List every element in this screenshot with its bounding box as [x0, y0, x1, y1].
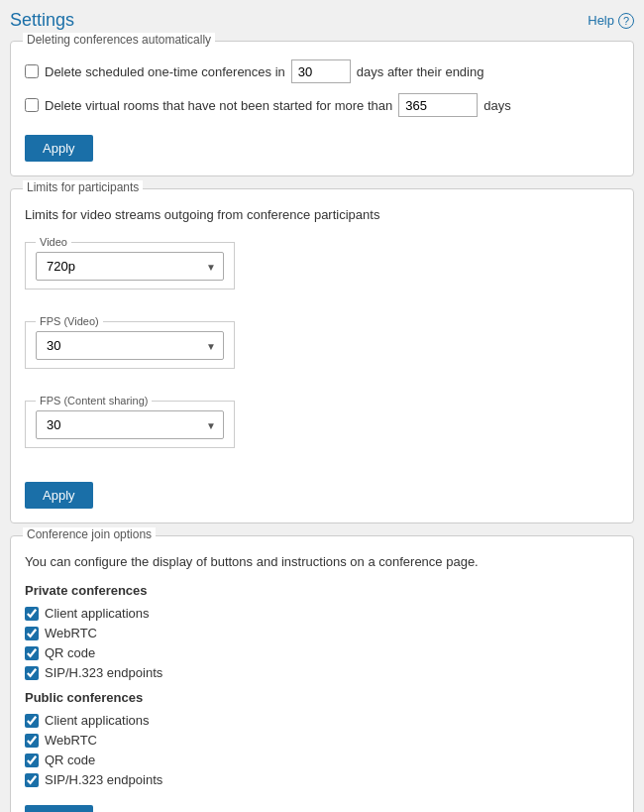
fps-video-select[interactable]: 15 24 30 60: [36, 331, 224, 360]
private-webrtc-label: WebRTC: [45, 626, 97, 640]
delete-scheduled-row: Delete scheduled one-time conferences in…: [25, 59, 619, 83]
conference-join-section: Conference join options You can configur…: [10, 535, 634, 812]
fps-video-dropdown-wrapper: 15 24 30 60 ▼: [36, 331, 224, 360]
section3-content: You can configure the display of buttons…: [25, 554, 619, 812]
delete-virtual-label: Delete virtual rooms that have not been …: [45, 98, 392, 113]
video-legend: Video: [36, 236, 71, 248]
public-conferences-title: Public conferences: [25, 690, 619, 705]
help-link[interactable]: Help ?: [588, 13, 634, 29]
public-client-apps-label: Client applications: [45, 713, 150, 728]
private-webrtc-checkbox[interactable]: [25, 627, 39, 640]
delete-scheduled-suffix: days after their ending: [357, 64, 484, 79]
private-client-apps-row: Client applications: [25, 606, 619, 621]
private-client-apps-label: Client applications: [45, 606, 150, 621]
section1-apply-button[interactable]: Apply: [25, 135, 93, 162]
public-client-apps-row: Client applications: [25, 713, 619, 728]
video-select[interactable]: 360p 480p 720p 1080p: [36, 252, 224, 281]
section2-description: Limits for video streams outgoing from c…: [25, 207, 619, 222]
fps-video-fieldset: FPS (Video) 15 24 30 60 ▼: [25, 315, 235, 369]
public-qr-row: QR code: [25, 753, 619, 767]
private-sip-label: SIP/H.323 endpoints: [45, 665, 162, 680]
help-label: Help: [588, 13, 614, 28]
fps-content-select[interactable]: 15 24 30 60: [36, 410, 224, 439]
section1-content: Delete scheduled one-time conferences in…: [25, 59, 619, 162]
private-webrtc-row: WebRTC: [25, 626, 619, 640]
fps-content-dropdown-wrapper: 15 24 30 60 ▼: [36, 410, 224, 439]
section2-apply-button[interactable]: Apply: [25, 482, 93, 509]
section3-apply-button[interactable]: Apply: [25, 805, 93, 812]
deleting-conferences-section: Deleting conferences automatically Delet…: [10, 41, 634, 176]
delete-virtual-days-input[interactable]: [398, 93, 478, 117]
public-conferences-section: Public conferences Client applications W…: [25, 690, 619, 787]
section3-description: You can configure the display of buttons…: [25, 554, 619, 569]
fps-content-dropdown-group: FPS (Content sharing) 15 24 30 60 ▼: [25, 395, 619, 460]
public-webrtc-checkbox[interactable]: [25, 734, 39, 748]
section3-title: Conference join options: [23, 527, 156, 541]
delete-virtual-suffix: days: [483, 98, 510, 113]
delete-scheduled-days-input[interactable]: [291, 59, 351, 83]
delete-virtual-checkbox[interactable]: [25, 98, 39, 112]
private-conferences-section: Private conferences Client applications …: [25, 583, 619, 680]
section1-title: Deleting conferences automatically: [23, 33, 215, 47]
private-client-apps-checkbox[interactable]: [25, 607, 39, 621]
public-sip-checkbox[interactable]: [25, 773, 39, 787]
private-sip-row: SIP/H.323 endpoints: [25, 665, 619, 680]
public-webrtc-row: WebRTC: [25, 733, 619, 748]
public-sip-row: SIP/H.323 endpoints: [25, 772, 619, 787]
fps-content-legend: FPS (Content sharing): [36, 395, 152, 406]
video-dropdown-wrapper: 360p 480p 720p 1080p ▼: [36, 252, 224, 281]
page-title: Settings: [10, 10, 74, 31]
fps-video-legend: FPS (Video): [36, 315, 103, 327]
fps-content-fieldset: FPS (Content sharing) 15 24 30 60 ▼: [25, 395, 235, 448]
fps-video-dropdown-group: FPS (Video) 15 24 30 60 ▼: [25, 315, 619, 381]
delete-scheduled-checkbox[interactable]: [25, 64, 39, 78]
public-qr-checkbox[interactable]: [25, 754, 39, 767]
section2-title: Limits for participants: [23, 180, 143, 194]
delete-scheduled-label: Delete scheduled one-time conferences in: [45, 64, 285, 79]
private-sip-checkbox[interactable]: [25, 666, 39, 680]
private-qr-row: QR code: [25, 645, 619, 660]
limits-participants-section: Limits for participants Limits for video…: [10, 188, 634, 523]
video-fieldset: Video 360p 480p 720p 1080p ▼: [25, 236, 235, 290]
private-qr-label: QR code: [45, 645, 95, 660]
public-qr-label: QR code: [45, 753, 95, 767]
public-client-apps-checkbox[interactable]: [25, 714, 39, 728]
help-icon: ?: [618, 13, 634, 29]
page-header: Settings Help ?: [10, 10, 634, 31]
private-conferences-title: Private conferences: [25, 583, 619, 598]
section2-content: Limits for video streams outgoing from c…: [25, 207, 619, 509]
private-qr-checkbox[interactable]: [25, 646, 39, 660]
delete-virtual-row: Delete virtual rooms that have not been …: [25, 93, 619, 117]
video-dropdown-group: Video 360p 480p 720p 1080p ▼: [25, 236, 619, 301]
public-webrtc-label: WebRTC: [45, 733, 97, 748]
public-sip-label: SIP/H.323 endpoints: [45, 772, 162, 787]
